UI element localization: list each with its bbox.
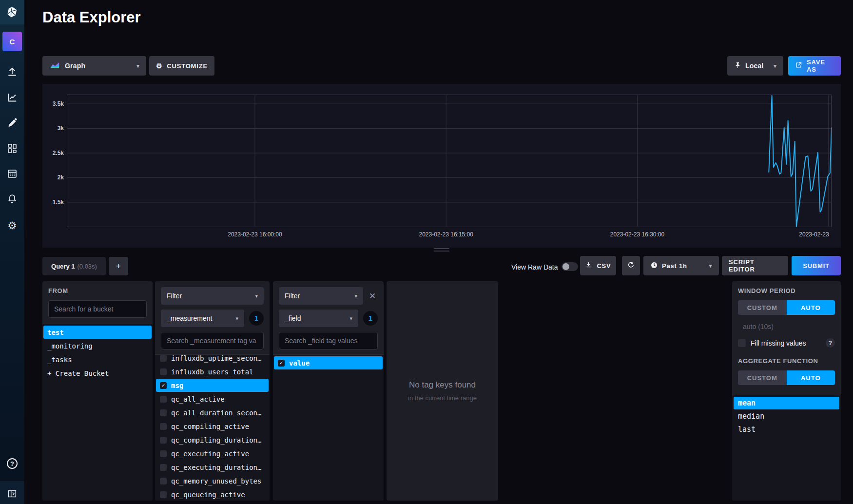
- nav-settings[interactable]: ⚙: [0, 213, 24, 238]
- y-tick-label: 2.5k: [42, 150, 64, 156]
- checkbox[interactable]: [160, 409, 167, 416]
- from-title: FROM: [48, 287, 147, 294]
- measurement-search-input[interactable]: [161, 332, 264, 349]
- query-tab-duration: (0.03s): [77, 263, 97, 270]
- bucket-search-input[interactable]: [48, 300, 147, 318]
- fill-missing-checkbox[interactable]: [738, 339, 746, 347]
- chevron-down-icon: ▾: [354, 293, 357, 299]
- save-as-label: SAVE AS: [807, 58, 834, 73]
- measurement-item[interactable]: qc_compiling_active: [156, 420, 269, 433]
- measurement-item-label: qc_all_duration_secon…: [171, 409, 261, 417]
- checkbox[interactable]: [160, 464, 167, 471]
- checkbox[interactable]: [160, 437, 167, 444]
- measurement-item-label: qc_executing_active: [171, 450, 249, 458]
- measurement-item-label: qc_executing_duration…: [171, 464, 261, 471]
- nav-tasks[interactable]: [0, 162, 24, 187]
- y-tick-label: 1.5k: [42, 199, 64, 206]
- measurement-item-label: qc_compiling_active: [171, 423, 249, 430]
- field-item[interactable]: ✓value: [274, 356, 383, 369]
- bucket-item-label: + Create Bucket: [47, 369, 109, 377]
- nav-notebooks[interactable]: [0, 111, 24, 136]
- filter-type-dropdown[interactable]: Filter ▾: [161, 287, 264, 305]
- measurement-item[interactable]: qc_executing_duration…: [156, 461, 269, 474]
- nav-data-explorer[interactable]: [0, 86, 24, 111]
- bucket-item[interactable]: _monitoring: [43, 339, 152, 352]
- checkbox[interactable]: ✓: [278, 360, 285, 367]
- gear-icon: ⚙: [156, 62, 162, 69]
- measurement-item[interactable]: qc_memory_unused_bytes: [156, 474, 269, 487]
- time-range-dropdown[interactable]: Past 1h ▾: [643, 256, 719, 275]
- bucket-item[interactable]: _tasks: [43, 353, 152, 366]
- y-tick-label: 2k: [42, 174, 64, 181]
- measurement-item[interactable]: influxdb_uptime_secon…: [156, 354, 269, 365]
- customize-button[interactable]: ⚙ CUSTOMIZE: [149, 56, 214, 76]
- window-period-value: auto (10s): [743, 323, 835, 330]
- measurement-item-label: msg: [171, 382, 183, 389]
- measurement-item[interactable]: qc_executing_active: [156, 447, 269, 460]
- customize-label: CUSTOMIZE: [167, 62, 208, 70]
- y-tick-label: 3.5k: [42, 100, 64, 107]
- checkbox[interactable]: [160, 396, 167, 403]
- window-period-mode-toggle: CUSTOM AUTO: [738, 300, 835, 315]
- measurement-item-label: qc_all_active: [171, 395, 225, 403]
- influxdb-logo-icon[interactable]: [0, 0, 24, 24]
- script-editor-button[interactable]: SCRIPT EDITOR: [722, 256, 788, 275]
- visualization-type-dropdown[interactable]: Graph ▾: [42, 56, 146, 76]
- nav-expand-sidebar[interactable]: [0, 481, 24, 504]
- aggregate-auto-button[interactable]: AUTO: [787, 370, 835, 385]
- checkbox[interactable]: [160, 423, 167, 430]
- checkbox[interactable]: [160, 478, 167, 485]
- aggregate-function-item[interactable]: mean: [734, 397, 839, 409]
- checkbox[interactable]: [160, 368, 167, 375]
- window-aggregate-panel: WINDOW PERIOD CUSTOM AUTO auto (10s) Fil…: [732, 281, 841, 501]
- y-tick-label: 3k: [42, 125, 64, 132]
- checkbox[interactable]: ✓: [160, 382, 167, 389]
- filter-type-dropdown[interactable]: Filter ▾: [279, 287, 363, 305]
- chart-panel: 3.5k3k2.5k2k1.5k 2023-02-23 16:00:002023…: [42, 84, 841, 248]
- nav-upload[interactable]: [0, 60, 24, 86]
- checkbox[interactable]: [160, 450, 167, 457]
- bucket-item[interactable]: + Create Bucket: [43, 367, 152, 380]
- x-tick-label: 2023-02-23 16:30:00: [610, 231, 664, 238]
- help-tooltip-icon[interactable]: ?: [826, 338, 835, 348]
- measurement-item[interactable]: qc_all_active: [156, 392, 269, 406]
- sidebar: C: [0, 0, 24, 504]
- org-avatar[interactable]: C: [2, 32, 22, 51]
- empty-state-title: No tag keys found: [409, 380, 476, 390]
- view-raw-data-toggle[interactable]: [562, 262, 578, 271]
- field-search-input[interactable]: [279, 332, 378, 349]
- nav-help[interactable]: ?: [0, 451, 24, 476]
- measurement-item[interactable]: qc_queueing_active: [156, 488, 269, 501]
- measurement-item[interactable]: influxdb_users_total: [156, 365, 269, 378]
- area-chart-icon: [49, 61, 60, 71]
- submit-button[interactable]: SUBMIT: [792, 256, 841, 275]
- aggregate-function-item[interactable]: last: [734, 423, 839, 436]
- aggregate-custom-button[interactable]: CUSTOM: [738, 370, 787, 385]
- checkbox[interactable]: [160, 355, 167, 362]
- nav-alerts[interactable]: [0, 187, 24, 213]
- nav-dashboards[interactable]: [0, 136, 24, 162]
- query-tab[interactable]: Query 1 (0.03s): [42, 257, 106, 275]
- tag-key-dropdown[interactable]: _field ▾: [279, 310, 358, 327]
- aggregate-function-item[interactable]: median: [734, 410, 839, 423]
- resize-drag-handle[interactable]: [434, 248, 449, 253]
- save-as-button[interactable]: SAVE AS: [788, 56, 841, 76]
- field-filter-panel: Filter ▾ ✕ _field ▾ 1 ✓value: [273, 281, 384, 501]
- window-custom-button[interactable]: CUSTOM: [738, 300, 787, 315]
- sidebar-bottom: ?: [0, 451, 24, 504]
- line-chart[interactable]: [67, 95, 832, 227]
- measurement-item[interactable]: qc_all_duration_secon…: [156, 406, 269, 419]
- bucket-item[interactable]: test: [43, 326, 152, 339]
- measurement-item[interactable]: qc_compiling_duration…: [156, 433, 269, 446]
- checkbox[interactable]: [160, 491, 167, 498]
- local-dropdown[interactable]: Local ▾: [727, 56, 783, 76]
- csv-download-button[interactable]: CSV: [580, 256, 616, 275]
- close-icon[interactable]: ✕: [367, 291, 378, 301]
- add-query-button[interactable]: +: [109, 257, 128, 275]
- measurement-item[interactable]: ✓msg: [156, 379, 269, 392]
- export-icon: [795, 61, 802, 70]
- measurement-item-label: qc_compiling_duration…: [171, 436, 261, 444]
- tag-key-dropdown[interactable]: _measurement ▾: [161, 310, 244, 327]
- refresh-button[interactable]: [622, 256, 640, 275]
- window-auto-button[interactable]: AUTO: [787, 300, 835, 315]
